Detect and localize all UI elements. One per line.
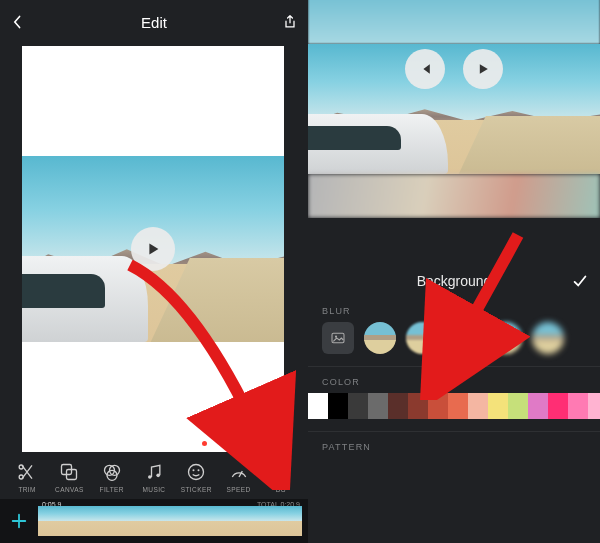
blur-option-2[interactable] [406, 322, 438, 354]
panel-title: Background [417, 273, 492, 289]
prev-button[interactable] [405, 49, 445, 89]
blur-options [308, 322, 600, 354]
music-icon [143, 461, 165, 483]
video-frame [22, 156, 284, 342]
timeline: 0:05.9 TOTAL 0:20.9 [0, 499, 308, 543]
color-swatch[interactable] [388, 393, 408, 419]
svg-point-1 [19, 465, 23, 469]
section-label-color: COLOR [308, 367, 600, 393]
page-title: Edit [141, 14, 167, 31]
tool-filter[interactable]: FILTER [94, 461, 130, 493]
color-swatch[interactable] [528, 393, 548, 419]
timeline-strip[interactable] [38, 506, 302, 536]
svg-point-11 [198, 469, 200, 471]
color-swatch[interactable] [508, 393, 528, 419]
background-panel: Background BLUR COLOR PATTERN [308, 260, 600, 543]
edit-toolbar: TRIM CANVAS FILTER MUSIC STICKER [0, 457, 308, 499]
back-button[interactable] [8, 12, 28, 32]
preview-area[interactable] [308, 0, 600, 218]
section-label-pattern: PATTERN [308, 432, 600, 458]
tool-trim[interactable]: TRIM [9, 461, 45, 493]
svg-point-8 [156, 474, 160, 478]
badge-dot-icon [202, 441, 207, 446]
color-swatch[interactable] [568, 393, 588, 419]
canvas-blank-bottom [22, 342, 284, 452]
svg-point-0 [19, 475, 23, 479]
tool-music[interactable]: MUSIC [136, 461, 172, 493]
tool-speed[interactable]: SPEED [221, 461, 257, 493]
color-swatch[interactable] [588, 393, 600, 419]
add-clip-button[interactable] [0, 499, 38, 543]
blur-option-3[interactable] [448, 322, 480, 354]
topbar: Edit [0, 0, 308, 44]
color-swatch[interactable] [408, 393, 428, 419]
tool-label: FILTER [100, 486, 124, 493]
canvas-icon [58, 461, 80, 483]
svg-point-10 [193, 469, 195, 471]
plus-icon [10, 512, 28, 530]
blur-option-4[interactable] [490, 322, 522, 354]
tool-label: STICKER [181, 486, 212, 493]
color-swatch[interactable] [488, 393, 508, 419]
panel-header: Background [308, 266, 600, 296]
blur-option-5[interactable] [532, 322, 564, 354]
right-screen: Background BLUR COLOR PATTERN [308, 0, 600, 543]
check-icon [571, 272, 589, 290]
color-swatch[interactable] [428, 393, 448, 419]
canvas-blank-top [22, 46, 284, 156]
color-swatch[interactable] [348, 393, 368, 419]
tool-label: CANVAS [55, 486, 84, 493]
blurred-background-top [308, 0, 600, 44]
play-icon [144, 240, 162, 258]
skip-back-icon [417, 61, 433, 77]
svg-point-9 [189, 465, 204, 480]
play-icon [475, 61, 491, 77]
blurred-background-bottom [308, 174, 600, 218]
tool-label: BG [276, 486, 286, 493]
tool-sticker[interactable]: STICKER [178, 461, 214, 493]
share-button[interactable] [280, 12, 300, 32]
color-swatch[interactable] [548, 393, 568, 419]
svg-point-7 [148, 475, 152, 479]
tool-canvas[interactable]: CANVAS [51, 461, 87, 493]
section-label-blur: BLUR [308, 296, 600, 322]
confirm-button[interactable] [570, 271, 590, 291]
play-button[interactable] [131, 227, 175, 271]
sticker-icon [185, 461, 207, 483]
left-screen: Edit TRIM [0, 0, 308, 543]
share-icon [282, 14, 298, 30]
blur-option-none[interactable] [322, 322, 354, 354]
tool-label: TRIM [18, 486, 36, 493]
filter-icon [101, 461, 123, 483]
color-swatch[interactable] [328, 393, 348, 419]
video-canvas[interactable] [22, 46, 284, 452]
tool-bg[interactable]: BG [263, 461, 299, 493]
trim-icon [16, 461, 38, 483]
play-button[interactable] [463, 49, 503, 89]
playback-controls [405, 49, 503, 89]
color-swatch[interactable] [368, 393, 388, 419]
speed-icon [228, 461, 250, 483]
bg-icon [270, 461, 292, 483]
color-swatch[interactable] [308, 393, 328, 419]
tool-label: SPEED [227, 486, 251, 493]
image-icon [330, 330, 346, 346]
blur-option-1[interactable] [364, 322, 396, 354]
chevron-left-icon [10, 14, 26, 30]
color-swatches [308, 393, 600, 419]
tool-label: MUSIC [143, 486, 166, 493]
color-swatch[interactable] [468, 393, 488, 419]
color-swatch[interactable] [448, 393, 468, 419]
